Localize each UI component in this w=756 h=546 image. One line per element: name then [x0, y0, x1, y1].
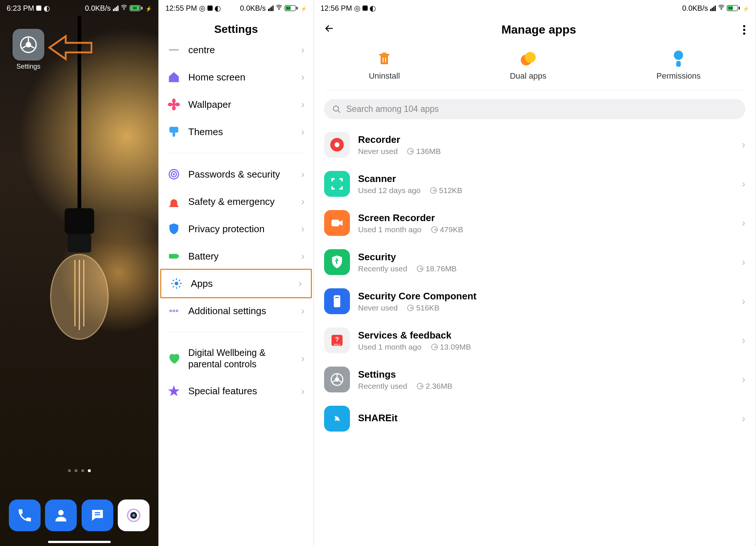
quick-action-dual-apps[interactable]: Dual apps — [510, 50, 546, 81]
svg-rect-3 — [68, 234, 91, 253]
chevron-right-icon: › — [301, 250, 305, 262]
app-list[interactable]: Recorder Never used 136MB › Scanner Used… — [314, 125, 756, 438]
app-size: 516KB — [407, 303, 439, 312]
svg-point-51 — [334, 142, 339, 147]
svg-rect-27 — [173, 132, 175, 136]
app-usage: Used 12 days ago — [358, 186, 420, 195]
quick-action-label: Uninstall — [369, 71, 400, 81]
app-usage: Recently used — [358, 382, 407, 391]
storage-icon — [417, 265, 423, 272]
battery-icon: 53 — [727, 5, 740, 11]
svg-point-30 — [173, 174, 175, 175]
svg-point-38 — [721, 9, 722, 10]
app-row-security[interactable]: Security Recently used 18.76MB › — [314, 243, 756, 282]
settings-item-label: Wallpaper — [188, 99, 293, 111]
chevron-right-icon: › — [742, 413, 745, 425]
status-instagram-icon: ◎ — [354, 5, 360, 11]
search-placeholder: Search among 104 apps — [346, 104, 439, 114]
svg-rect-52 — [331, 220, 339, 226]
svg-rect-20 — [169, 49, 179, 51]
app-icon — [324, 249, 350, 275]
settings-item-passwords-security[interactable]: Passwords & security › — [159, 161, 313, 188]
svg-point-48 — [333, 106, 339, 111]
settings-item-apps[interactable]: Apps › — [160, 269, 312, 298]
app-size: 136MB — [407, 147, 441, 156]
chevron-right-icon: › — [301, 223, 305, 235]
app-row-recorder[interactable]: Recorder Never used 136MB › — [314, 125, 756, 164]
settings-item-privacy-protection[interactable]: Privacy protection › — [159, 215, 313, 243]
gear-icon — [13, 29, 44, 61]
app-size: 512KB — [430, 186, 462, 195]
signal-icon — [113, 6, 118, 11]
chevron-right-icon: › — [742, 295, 745, 307]
svg-rect-54 — [335, 297, 339, 298]
divider — [168, 332, 305, 332]
app-row-settings[interactable]: Settings Recently used 2.36MB › — [314, 360, 756, 399]
app-row-security-core-component[interactable]: Security Core Component Never used 516KB… — [314, 282, 756, 321]
app-row-services-feedback[interactable]: ?MIUI Services & feedback Used 1 month a… — [314, 321, 756, 360]
settings-item-battery[interactable]: Battery › — [159, 243, 313, 270]
chevron-right-icon: › — [301, 385, 305, 397]
messages-app[interactable] — [82, 499, 113, 531]
storage-icon — [407, 305, 414, 311]
chevron-right-icon: › — [301, 305, 305, 317]
dock — [0, 499, 158, 531]
chevron-right-icon: › — [742, 178, 745, 190]
svg-point-46 — [674, 51, 683, 60]
settings-item-safety-emergency[interactable]: Safety & emergency › — [159, 188, 313, 215]
settings-title: Settings — [159, 16, 313, 44]
status-app-icon: ◐ — [370, 5, 376, 11]
settings-item-label: Themes — [188, 126, 293, 138]
settings-item-special-features[interactable]: Special features › — [159, 378, 313, 405]
settings-item-wallpaper[interactable]: Wallpaper › — [159, 91, 313, 118]
charging-icon — [145, 4, 152, 13]
chevron-right-icon: › — [742, 256, 745, 268]
settings-item-themes[interactable]: Themes › — [159, 118, 313, 145]
app-row-scanner[interactable]: Scanner Used 12 days ago 512KB › — [314, 164, 756, 203]
status-indicator-icon — [36, 6, 41, 11]
settings-item-additional-settings[interactable]: Additional settings › — [159, 297, 313, 324]
signal-icon — [710, 6, 716, 11]
status-time: 12:55 PM — [165, 4, 197, 13]
page-indicator[interactable] — [68, 469, 91, 472]
overflow-menu-button[interactable] — [743, 25, 745, 35]
app-name: Security — [358, 251, 734, 263]
app-row-shareit[interactable]: SHAREit › — [314, 399, 756, 438]
divider — [324, 90, 745, 90]
storage-icon — [430, 187, 437, 194]
settings-item-label: Safety & emergency — [188, 196, 293, 208]
settings-item-centre[interactable]: centre › — [159, 44, 313, 63]
search-input[interactable]: Search among 104 apps — [324, 99, 745, 119]
app-usage: Used 1 month ago — [358, 225, 422, 234]
app-icon — [324, 210, 350, 236]
status-netspeed: 0.0KB/s — [85, 4, 111, 13]
home-indicator[interactable] — [48, 541, 111, 543]
svg-point-13 — [58, 510, 64, 515]
svg-point-22 — [172, 99, 176, 103]
settings-item-home-screen[interactable]: Home screen › — [159, 63, 313, 91]
battery-icon: 52 — [285, 5, 298, 11]
svg-point-24 — [168, 103, 172, 106]
contacts-app[interactable] — [45, 499, 77, 531]
svg-text:MIUI: MIUI — [334, 343, 340, 347]
settings-list[interactable]: centre › Home screen › Wallpaper › Theme… — [159, 44, 313, 405]
phone-app[interactable] — [9, 499, 41, 531]
settings-app[interactable]: Settings — [13, 29, 44, 71]
storage-icon — [407, 148, 414, 155]
flower-icon — [168, 98, 180, 111]
ma-header: Manage apps — [314, 16, 756, 40]
quick-action-permissions[interactable]: Permissions — [656, 50, 701, 81]
app-row-screen-recorder[interactable]: Screen Recorder Used 1 month ago 479KB › — [314, 203, 756, 243]
app-size: 18.76MB — [417, 264, 457, 273]
back-button[interactable] — [324, 23, 334, 36]
fingerprint-icon — [168, 168, 180, 181]
camera-app[interactable] — [118, 499, 150, 531]
svg-point-0 — [124, 9, 124, 10]
quick-action-uninstall[interactable]: Uninstall — [369, 50, 400, 81]
app-name: Services & feedback — [358, 330, 734, 341]
status-indicator-icon — [207, 6, 213, 11]
wifi-icon — [276, 4, 282, 13]
heart-icon — [168, 352, 180, 365]
charging-icon — [742, 4, 749, 13]
settings-item-digital-wellbeing-parental-controls[interactable]: Digital Wellbeing & parental controls › — [159, 340, 313, 378]
